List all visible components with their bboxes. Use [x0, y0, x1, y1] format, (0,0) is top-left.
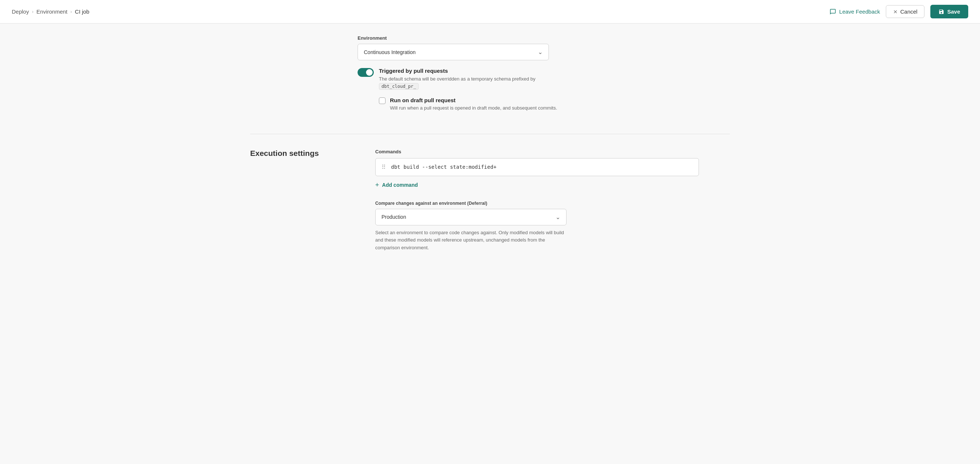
commands-label: Commands [375, 149, 730, 154]
chevron-icon-1: › [32, 9, 33, 14]
command-text[interactable]: dbt build --select state:modified+ [391, 164, 693, 170]
drag-handle-icon[interactable]: ⠿ [382, 164, 386, 171]
draft-pr-title: Run on draft pull request [390, 97, 730, 103]
add-command-label: Add command [382, 182, 418, 188]
deferral-chevron-down-icon: ⌄ [555, 214, 560, 221]
exec-content: Execution settings Commands ⠿ dbt build … [250, 149, 730, 252]
feedback-icon [830, 8, 836, 15]
deferral-select-value: Production [382, 214, 406, 220]
breadcrumb-cijob: CI job [75, 8, 89, 15]
chevron-icon-2: › [70, 9, 72, 14]
chevron-down-icon: ⌄ [538, 49, 542, 56]
toggle-text: Triggered by pull requests The default s… [379, 68, 730, 90]
toggle-desc: The default schema will be overridden as… [379, 75, 730, 90]
environment-select[interactable]: Continuous Integration ⌄ [358, 44, 549, 60]
environment-section: Environment Continuous Integration ⌄ Tri… [232, 35, 748, 127]
add-command-button[interactable]: + Add command [375, 181, 418, 189]
exec-left: Execution settings [250, 149, 375, 252]
breadcrumb-deploy[interactable]: Deploy [12, 8, 29, 15]
command-item: ⠿ dbt build --select state:modified+ [375, 158, 699, 176]
deferral-section: Compare changes against an environment (… [375, 201, 699, 252]
execution-settings-section: Execution settings Commands ⠿ dbt build … [232, 141, 748, 252]
save-button[interactable]: Save [930, 5, 968, 18]
triggered-by-pull-requests-row: Triggered by pull requests The default s… [358, 68, 730, 90]
cancel-icon [893, 9, 898, 14]
toggle-title: Triggered by pull requests [379, 68, 730, 74]
main-content: Environment Continuous Integration ⌄ Tri… [232, 24, 748, 264]
leave-feedback-button[interactable]: Leave Feedback [830, 8, 880, 15]
execution-settings-heading: Execution settings [250, 149, 375, 158]
deferral-description: Select an environment to compare code ch… [375, 229, 566, 252]
environment-select-value: Continuous Integration [364, 49, 416, 55]
plus-icon: + [375, 181, 379, 189]
leave-feedback-label: Leave Feedback [839, 8, 880, 15]
header: Deploy › Environment › CI job Leave Feed… [0, 0, 980, 24]
deferral-select[interactable]: Production ⌄ [375, 209, 566, 226]
draft-pr-row: Run on draft pull request Will run when … [379, 97, 730, 112]
cancel-label: Cancel [900, 8, 918, 15]
save-label: Save [947, 8, 960, 15]
toggle-desc-text: The default schema will be overridden as… [379, 76, 536, 82]
toggle-slider [358, 68, 374, 77]
draft-pr-checkbox[interactable] [379, 97, 385, 104]
code-prefix: dbt_cloud_pr_ [379, 83, 418, 90]
environment-field-label: Environment [358, 35, 730, 41]
draft-pr-desc: Will run when a pull request is opened i… [390, 105, 730, 112]
cancel-button[interactable]: Cancel [886, 5, 924, 18]
breadcrumb-environment[interactable]: Environment [37, 8, 67, 15]
save-icon [939, 9, 944, 15]
breadcrumb: Deploy › Environment › CI job [12, 8, 89, 15]
header-actions: Leave Feedback Cancel Save [830, 5, 968, 18]
draft-pr-text: Run on draft pull request Will run when … [390, 97, 730, 112]
triggered-toggle[interactable] [358, 68, 374, 77]
deferral-label: Compare changes against an environment (… [375, 201, 699, 206]
exec-right: Commands ⠿ dbt build --select state:modi… [375, 149, 730, 252]
section-divider [250, 134, 730, 134]
